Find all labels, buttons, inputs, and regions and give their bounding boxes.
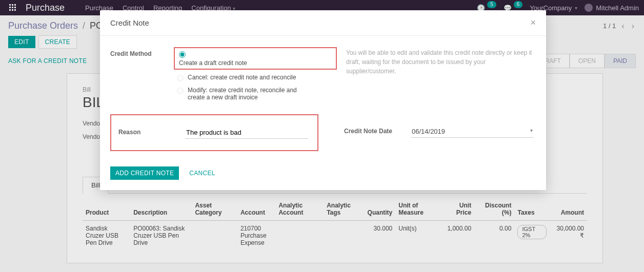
radio-modify-input[interactable] [177,88,184,94]
modal-footer: ADD CREDIT NOTE CANCEL [100,166,546,190]
radio-modify-label: Modify: create credit note, reconcile an… [188,87,311,101]
radio-modify[interactable]: Modify: create credit note, reconcile an… [177,87,334,101]
radio-cancel-input[interactable] [177,75,184,81]
radio-cancel-label: Cancel: create credit note and reconcile [188,74,296,81]
close-icon[interactable]: × [530,17,536,28]
date-value: 06/14/2019 [412,128,445,135]
radio-draft-label: Create a draft credit note [179,59,302,67]
credit-note-date-input[interactable]: 06/14/2019 ▾ [411,125,534,138]
modal-title: Credit Note [110,18,149,27]
credit-note-date-label: Credit Note Date [344,125,411,135]
credit-method-radio-group: Create a draft credit note Cancel: creat… [177,48,334,101]
credit-note-modal: Credit Note × Credit Method Create a dra… [100,10,546,190]
date-block: Credit Note Date 06/14/2019 ▾ [344,114,536,151]
radio-draft-input[interactable] [179,51,186,58]
chevron-down-icon: ▾ [530,128,533,135]
modal-body: Credit Method Create a draft credit note… [100,36,546,166]
cancel-button[interactable]: CANCEL [184,166,220,180]
modal-header: Credit Note × [100,10,546,36]
reason-block: Reason [110,114,318,151]
reason-input[interactable] [185,127,308,139]
help-text: You will be able to edit and validate th… [346,48,536,76]
add-credit-note-button[interactable]: ADD CREDIT NOTE [110,166,179,180]
reason-label: Reason [118,127,185,136]
radio-draft-credit-note[interactable]: Create a draft credit note [174,47,337,70]
credit-method-label: Credit Method [110,48,177,101]
radio-cancel[interactable]: Cancel: create credit note and reconcile [177,74,334,81]
